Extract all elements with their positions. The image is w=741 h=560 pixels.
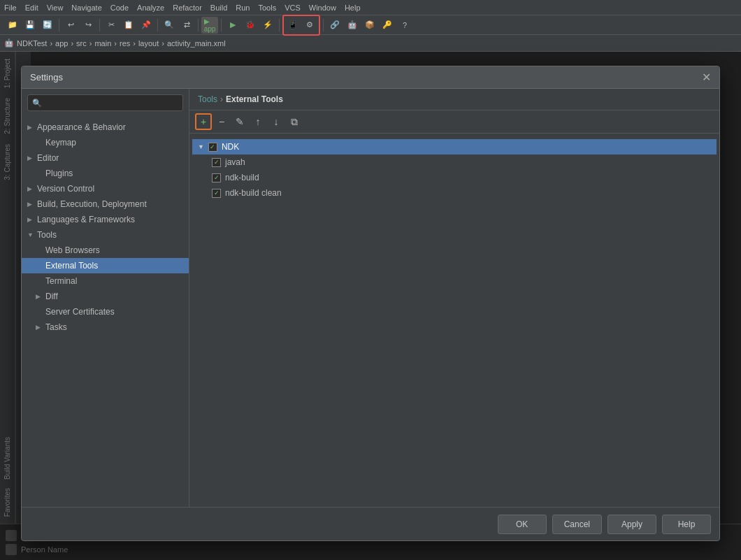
- tree-item-keymap[interactable]: Keymap: [22, 135, 189, 150]
- toolbar-key-icon[interactable]: 🔑: [379, 17, 396, 34]
- tree-label-vc: Version Control: [37, 184, 94, 194]
- toolbar-open-icon[interactable]: 📁: [4, 17, 21, 34]
- toolbar-paste-icon[interactable]: 📌: [138, 17, 154, 34]
- toolbar-copy-icon[interactable]: 📋: [120, 17, 137, 34]
- ndk-build-checkbox[interactable]: ✓: [212, 173, 221, 182]
- breadcrumb-src[interactable]: src: [76, 39, 87, 48]
- move-up-button[interactable]: ↑: [250, 113, 266, 130]
- menu-help[interactable]: Help: [345, 3, 361, 12]
- menu-view[interactable]: View: [47, 3, 64, 12]
- breadcrumb-app[interactable]: app: [55, 39, 68, 48]
- settings-right-panel: Tools › External Tools + − ✎ ↑ ↓ ⧉: [189, 89, 719, 507]
- menu-code[interactable]: Code: [110, 3, 129, 12]
- arrow-icon-build: ▶: [27, 201, 34, 208]
- tree-label-external-tools: External Tools: [45, 261, 98, 271]
- breadcrumb-sep6: ›: [161, 39, 164, 48]
- menu-tools[interactable]: Tools: [258, 3, 276, 12]
- toolbar-highlighted-group: 📱 ⚙: [282, 15, 320, 36]
- cancel-button[interactable]: Cancel: [552, 515, 602, 534]
- tree-item-plugins[interactable]: Plugins: [22, 166, 189, 181]
- remove-tool-button[interactable]: −: [213, 113, 230, 130]
- toolbar-help-icon[interactable]: ?: [396, 17, 413, 34]
- menu-refactor[interactable]: Refactor: [173, 3, 202, 12]
- copy-tool-button[interactable]: ⧉: [286, 113, 303, 130]
- toolbar-sync-project-icon[interactable]: 🔗: [326, 17, 343, 34]
- menu-navigate[interactable]: Navigate: [71, 3, 101, 12]
- right-breadcrumb: Tools › External Tools: [189, 89, 719, 110]
- tree-item-server-certs[interactable]: Server Certificates: [22, 304, 189, 320]
- menu-run[interactable]: Run: [236, 3, 250, 12]
- tree-item-external-tools[interactable]: External Tools: [22, 258, 189, 273]
- breadcrumb-ndktest[interactable]: NDKTest: [17, 39, 47, 48]
- ok-button[interactable]: OK: [498, 515, 547, 534]
- toolbar-redo-icon[interactable]: ↪: [80, 17, 96, 34]
- toolbar-cut-icon[interactable]: ✂: [103, 17, 120, 34]
- menu-window[interactable]: Window: [309, 3, 336, 12]
- breadcrumb-separator: ›: [220, 94, 223, 104]
- toolbar-avd-icon[interactable]: 📱: [285, 17, 301, 34]
- tree-item-build[interactable]: ▶ Build, Execution, Deployment: [22, 196, 189, 212]
- apply-button[interactable]: Apply: [607, 515, 656, 534]
- menu-analyze[interactable]: Analyze: [137, 3, 164, 12]
- tree-item-version-control[interactable]: ▶ Version Control: [22, 181, 189, 196]
- tree-item-languages[interactable]: ▶ Languages & Frameworks: [22, 212, 189, 227]
- tool-tree: ▼ ✓ NDK ✓ javah ✓ ndk-build: [192, 136, 717, 203]
- tool-tree-item-ndk-build-clean[interactable]: ✓ ndk-build clean: [192, 185, 717, 201]
- breadcrumb-main[interactable]: main: [94, 39, 111, 48]
- tree-label-appearance: Appearance & Behavior: [37, 122, 126, 132]
- toolbar-find-icon[interactable]: 🔍: [161, 17, 178, 34]
- menu-build[interactable]: Build: [210, 3, 227, 12]
- breadcrumb-tools-link[interactable]: Tools: [198, 94, 217, 104]
- add-tool-button[interactable]: +: [195, 113, 212, 130]
- javah-label: javah: [225, 157, 245, 167]
- modal-body: 🔍 ▶ Appearance & Behavior Keymap: [22, 89, 719, 507]
- ide-toolbar: 📁 💾 🔄 ↩ ↪ ✂ 📋 📌 🔍 ⇄ ▶ app ▶ 🐞 ⚡ 📱 ⚙ 🔗 🤖 …: [0, 15, 741, 35]
- tree-item-diff[interactable]: ▶ Diff: [22, 289, 189, 304]
- tool-tree-item-ndk-build[interactable]: ✓ ndk-build: [192, 170, 717, 185]
- menu-file[interactable]: File: [4, 3, 17, 12]
- toolbar-debug-icon[interactable]: 🐞: [242, 17, 259, 34]
- menu-vcs[interactable]: VCS: [285, 3, 301, 12]
- breadcrumb-layout[interactable]: layout: [138, 39, 159, 48]
- breadcrumb-activity-main[interactable]: activity_main.xml: [167, 39, 226, 48]
- breadcrumb-res[interactable]: res: [120, 39, 130, 48]
- tool-tree-item-javah[interactable]: ✓ javah: [192, 155, 717, 170]
- settings-left-panel: 🔍 ▶ Appearance & Behavior Keymap: [22, 89, 189, 507]
- move-down-button[interactable]: ↓: [268, 113, 285, 130]
- settings-search-box[interactable]: 🔍: [27, 94, 183, 111]
- tree-label-build: Build, Execution, Deployment: [37, 199, 147, 209]
- arrow-icon-tools: ▼: [27, 231, 34, 238]
- breadcrumb-sep2: ›: [71, 39, 73, 48]
- toolbar-run-config-icon[interactable]: ▶ app: [201, 17, 218, 34]
- tree-item-tasks[interactable]: ▶ Tasks: [22, 320, 189, 335]
- toolbar-replace-icon[interactable]: ⇄: [178, 17, 195, 34]
- tree-item-appearance[interactable]: ▶ Appearance & Behavior: [22, 120, 189, 135]
- menu-edit[interactable]: Edit: [25, 3, 38, 12]
- toolbar-sdk-icon[interactable]: ⚙: [301, 17, 318, 34]
- toolbar-sync-icon[interactable]: 🔄: [39, 17, 56, 34]
- ndk-checkbox[interactable]: ✓: [208, 143, 217, 152]
- ndk-build-clean-checkbox[interactable]: ✓: [212, 189, 221, 198]
- tree-label-languages: Languages & Frameworks: [37, 215, 135, 224]
- javah-checkbox[interactable]: ✓: [212, 158, 221, 167]
- edit-tool-button[interactable]: ✎: [231, 113, 248, 130]
- toolbar-run-icon[interactable]: ▶: [224, 17, 241, 34]
- toolbar-apk-icon[interactable]: 📦: [361, 17, 378, 34]
- settings-search-input[interactable]: [45, 98, 178, 108]
- toolbar-undo-icon[interactable]: ↩: [62, 17, 79, 34]
- tree-label-tools: Tools: [37, 230, 57, 240]
- toolbar-android-icon[interactable]: 🤖: [344, 17, 361, 34]
- breadcrumb-sep4: ›: [114, 39, 117, 48]
- breadcrumb-bar: 🤖 NDKTest › app › src › main › res › lay…: [0, 35, 741, 52]
- toolbar-coverage-icon[interactable]: ⚡: [259, 17, 276, 34]
- arrow-icon-editor: ▶: [27, 155, 34, 161]
- tool-tree-item-ndk[interactable]: ▼ ✓ NDK: [192, 139, 717, 155]
- tree-item-editor[interactable]: ▶ Editor: [22, 150, 189, 166]
- toolbar-sep-1: [59, 19, 59, 31]
- toolbar-save-icon[interactable]: 💾: [22, 17, 38, 34]
- modal-close-button[interactable]: ✕: [702, 72, 711, 83]
- tree-item-tools[interactable]: ▼ Tools: [22, 227, 189, 243]
- tree-item-web-browsers[interactable]: Web Browsers: [22, 243, 189, 258]
- help-button[interactable]: Help: [662, 515, 711, 534]
- tree-item-terminal[interactable]: Terminal: [22, 273, 189, 289]
